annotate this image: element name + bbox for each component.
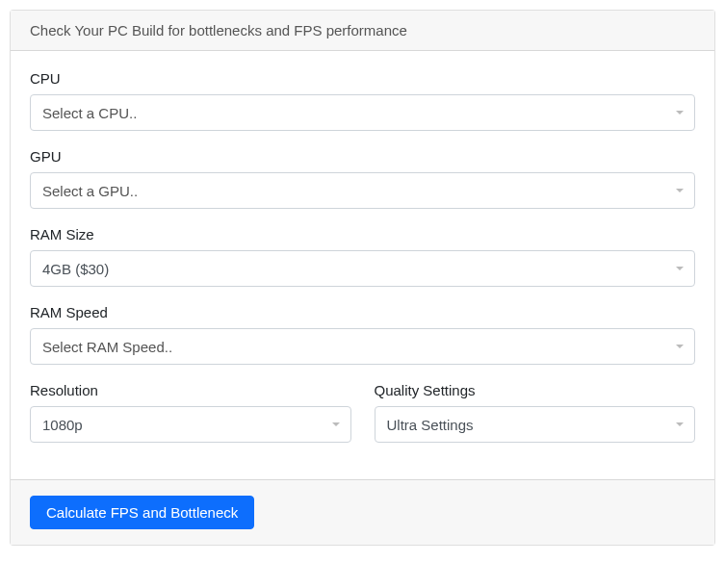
card-title: Check Your PC Build for bottlenecks and … — [30, 22, 407, 38]
calculate-button[interactable]: Calculate FPS and Bottleneck — [30, 496, 254, 529]
ram-speed-group: RAM Speed Select RAM Speed.. — [30, 304, 695, 365]
quality-label: Quality Settings — [375, 382, 696, 398]
gpu-select-value: Select a GPU.. — [42, 183, 138, 199]
resolution-label: Resolution — [30, 382, 351, 398]
resolution-quality-row: Resolution 1080p Quality Settings Ultra … — [30, 382, 695, 460]
ram-speed-label: RAM Speed — [30, 304, 695, 320]
quality-select-value: Ultra Settings — [387, 417, 474, 433]
card-header: Check Your PC Build for bottlenecks and … — [11, 11, 714, 51]
cpu-select-value: Select a CPU.. — [42, 105, 137, 121]
bottleneck-card: Check Your PC Build for bottlenecks and … — [10, 10, 715, 546]
ram-speed-select[interactable]: Select RAM Speed.. — [30, 328, 695, 365]
card-footer: Calculate FPS and Bottleneck — [11, 479, 714, 545]
ram-size-group: RAM Size 4GB ($30) — [30, 226, 695, 287]
ram-size-label: RAM Size — [30, 226, 695, 243]
cpu-select[interactable]: Select a CPU.. — [30, 94, 695, 131]
cpu-label: CPU — [30, 70, 695, 87]
cpu-group: CPU Select a CPU.. — [30, 70, 695, 131]
gpu-group: GPU Select a GPU.. — [30, 148, 695, 209]
quality-group: Quality Settings Ultra Settings — [375, 382, 696, 443]
resolution-group: Resolution 1080p — [30, 382, 351, 443]
ram-size-select[interactable]: 4GB ($30) — [30, 250, 695, 287]
gpu-label: GPU — [30, 148, 695, 165]
gpu-select[interactable]: Select a GPU.. — [30, 172, 695, 209]
resolution-select-value: 1080p — [42, 417, 83, 433]
ram-size-select-value: 4GB ($30) — [42, 261, 109, 277]
card-body: CPU Select a CPU.. GPU Select a GPU.. RA… — [11, 51, 714, 479]
resolution-select[interactable]: 1080p — [30, 406, 351, 443]
ram-speed-select-value: Select RAM Speed.. — [42, 339, 172, 355]
quality-select[interactable]: Ultra Settings — [375, 406, 696, 443]
